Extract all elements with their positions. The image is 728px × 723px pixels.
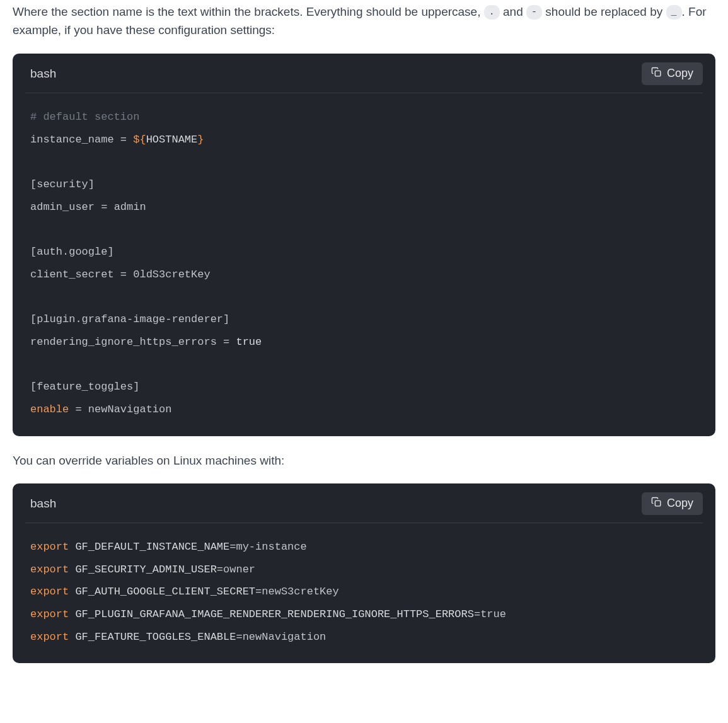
code-lang-label: bash (30, 64, 56, 83)
code-key: instance_name (30, 134, 114, 146)
code-keyword: export (30, 564, 69, 576)
code-block-header: bash Copy (25, 54, 703, 93)
intro-text: Where the section name is the text withi… (13, 5, 484, 18)
code-key: rendering_ignore_https_errors (30, 336, 217, 348)
copy-icon (651, 67, 662, 81)
code-op: = (114, 134, 134, 146)
code-op: = (69, 403, 88, 415)
copy-button-label: Copy (667, 67, 693, 80)
code-var: ${ (133, 134, 146, 146)
copy-button[interactable]: Copy (642, 62, 703, 85)
code-block-header: bash Copy (25, 483, 703, 523)
code-val: 0ldS3cretKey (133, 269, 210, 281)
code-val: =newS3cretKey (255, 586, 339, 598)
code-val: =newNavigation (236, 631, 326, 643)
code-val: =owner (217, 564, 255, 576)
code-keyword: export (30, 631, 69, 643)
code-var: GF_PLUGIN_GRAFANA_IMAGE_RENDERER_RENDERI… (69, 608, 474, 620)
code-section: [plugin.grafana-image-renderer] (30, 313, 229, 325)
intro-text: and (500, 5, 526, 18)
inline-code-dash: - (526, 5, 542, 20)
code-val: =my-instance (229, 541, 306, 553)
code-var: GF_DEFAULT_INSTANCE_NAME (69, 541, 229, 553)
intro-paragraph: Where the section name is the text withi… (13, 3, 715, 40)
code-var: } (197, 134, 204, 146)
code-op: = (95, 201, 114, 213)
code-val: true (236, 336, 262, 348)
code-var: GF_FEATURE_TOGGLES_ENABLE (69, 631, 236, 643)
copy-button-label: Copy (667, 497, 693, 510)
code-key: admin_user (30, 201, 95, 213)
code-val: newNavigation (88, 403, 172, 415)
code-var: HOSTNAME (146, 134, 198, 146)
code-section: [security] (30, 178, 95, 190)
code-block-1: bash Copy # default section instance_nam… (13, 54, 715, 436)
code-section: [auth.google] (30, 246, 114, 258)
middle-paragraph: You can override variables on Linux mach… (13, 451, 715, 470)
code-op: = (114, 269, 134, 281)
code-keyword: export (30, 586, 69, 598)
code-keyword: export (30, 541, 69, 553)
svg-rect-1 (655, 500, 661, 506)
code-content[interactable]: export GF_DEFAULT_INSTANCE_NAME=my-insta… (13, 523, 715, 663)
inline-code-underscore: _ (666, 5, 682, 20)
inline-code-dot: . (484, 5, 500, 20)
code-var: GF_AUTH_GOOGLE_CLIENT_SECRET (69, 586, 255, 598)
code-key: enable (30, 403, 69, 415)
code-val: admin (114, 201, 146, 213)
code-key: client_secret (30, 269, 114, 281)
copy-button[interactable]: Copy (642, 492, 703, 515)
intro-text: should be replaced by (542, 5, 666, 18)
copy-icon (651, 497, 662, 511)
code-block-2: bash Copy export GF_DEFAULT_INSTANCE_NAM… (13, 483, 715, 663)
code-val: =true (474, 608, 506, 620)
code-lang-label: bash (30, 494, 56, 512)
code-section: [feature_toggles] (30, 381, 139, 393)
code-op: = (217, 336, 236, 348)
svg-rect-0 (655, 71, 661, 76)
code-content[interactable]: # default section instance_name = ${HOST… (13, 93, 715, 436)
code-var: GF_SECURITY_ADMIN_USER (69, 564, 217, 576)
code-comment: # default section (30, 111, 139, 123)
code-keyword: export (30, 608, 69, 620)
